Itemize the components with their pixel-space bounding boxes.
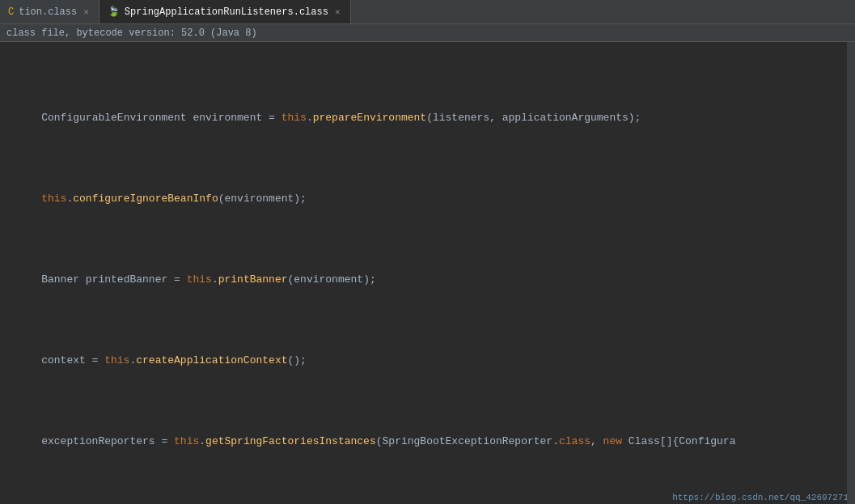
- tab-label-1: tion.class: [19, 6, 77, 18]
- tab-icon-1: C: [8, 6, 14, 18]
- tab-bar: C tion.class ✕ 🍃 SpringApplicationRunLis…: [0, 0, 855, 24]
- tab-icon-2: 🍃: [108, 6, 120, 18]
- tab-label-2: SpringApplicationRunListeners.class: [125, 6, 328, 18]
- tab-close-2[interactable]: ✕: [333, 6, 342, 18]
- status-text: class file, bytecode version: 52.0 (Java…: [6, 28, 257, 39]
- code-line-3: Banner printedBanner = this.printBanner(…: [0, 272, 855, 288]
- code-area: ConfigurableEnvironment environment = th…: [0, 42, 855, 504]
- code-line-5: exceptionReporters = this.getSpringFacto…: [0, 434, 855, 450]
- code-content: ConfigurableEnvironment environment = th…: [0, 42, 855, 504]
- code-line-1: ConfigurableEnvironment environment = th…: [0, 110, 855, 126]
- tab-close-1[interactable]: ✕: [82, 6, 91, 18]
- tab-spring-listeners[interactable]: 🍃 SpringApplicationRunListeners.class ✕: [99, 0, 351, 23]
- tab-tion-class[interactable]: C tion.class ✕: [0, 0, 99, 23]
- vertical-scrollbar[interactable]: [847, 42, 855, 504]
- status-bar: class file, bytecode version: 52.0 (Java…: [0, 24, 855, 42]
- bottom-link-bar: https://blog.csdn.net/qq_42697271: [666, 491, 855, 504]
- code-line-4: context = this.createApplicationContext(…: [0, 353, 855, 369]
- code-line-2: this.configureIgnoreBeanInfo(environment…: [0, 191, 855, 207]
- bottom-link-text: https://blog.csdn.net/qq_42697271: [672, 493, 849, 502]
